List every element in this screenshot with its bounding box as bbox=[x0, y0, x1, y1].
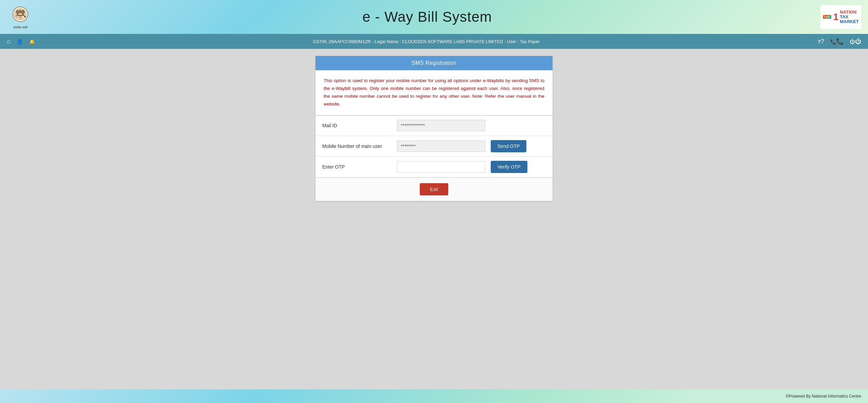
mobile-number-row: Mobile Number of main user Send OTP bbox=[315, 136, 553, 157]
svg-text:🐂: 🐂 bbox=[23, 15, 26, 18]
page-footer: ©Powered By National Informatics Centre bbox=[0, 389, 868, 403]
logo-market: MARKET bbox=[840, 19, 859, 24]
india-emblem: 🐎 🐂 bbox=[10, 5, 31, 25]
logo-number: 1 bbox=[833, 12, 839, 22]
logo-tax: TAX bbox=[840, 15, 859, 19]
otp-row: Enter OTP Verify OTP bbox=[315, 157, 553, 177]
svg-point-4 bbox=[19, 9, 22, 14]
main-content: SMS Registration This option is used to … bbox=[0, 49, 868, 389]
navbar: GSTIN :29AAFCC9980M1ZR - Legal Name : CL… bbox=[0, 34, 868, 49]
svg-point-3 bbox=[21, 10, 25, 15]
logo-nation: NATION bbox=[840, 10, 859, 15]
page-title: e - Way Bill System bbox=[34, 9, 820, 25]
mobile-number-label: Mobile Number of main user bbox=[322, 143, 397, 149]
footer-text: ©Powered By National Informatics Centre bbox=[786, 394, 861, 399]
verify-otp-action: Verify OTP bbox=[491, 161, 527, 173]
phone-icon[interactable]: 📞 bbox=[830, 38, 844, 45]
otp-input[interactable] bbox=[397, 161, 485, 173]
mail-id-label: Mail ID bbox=[322, 123, 397, 128]
mail-id-input[interactable] bbox=[397, 120, 485, 131]
send-otp-action: Send OTP bbox=[491, 140, 526, 152]
brand-logo: GST 1 NATION TAX MARKET bbox=[820, 5, 861, 29]
gst-badge: GST bbox=[823, 15, 831, 19]
svg-text:🐎: 🐎 bbox=[15, 15, 18, 18]
navbar-right-icons: ? 📞 ⏻ bbox=[818, 38, 861, 45]
gstin-info: GSTIN :29AAFCC9980M1ZR - Legal Name : CL… bbox=[35, 39, 818, 44]
send-otp-button[interactable]: Send OTP bbox=[491, 140, 526, 152]
mail-id-input-wrapper bbox=[397, 120, 485, 131]
user-icon[interactable] bbox=[17, 38, 23, 45]
mobile-number-input-wrapper bbox=[397, 140, 485, 152]
home-icon[interactable] bbox=[7, 38, 11, 45]
sms-registration-form: SMS Registration This option is used to … bbox=[315, 56, 553, 201]
form-body: This option is used to register your mob… bbox=[315, 70, 553, 201]
bell-icon[interactable] bbox=[29, 38, 35, 45]
form-header: SMS Registration bbox=[315, 56, 553, 70]
form-footer: Exit bbox=[315, 177, 553, 201]
header: 🐎 🐂 सत्यमेव जयते e - Way Bill System GST… bbox=[0, 0, 868, 34]
svg-point-0 bbox=[13, 7, 28, 22]
svg-point-2 bbox=[16, 10, 19, 15]
form-fields: Mail ID Mobile Number of main user Send … bbox=[315, 115, 553, 177]
mail-id-row: Mail ID bbox=[315, 116, 553, 136]
info-section: This option is used to register your mob… bbox=[315, 70, 553, 115]
info-text: This option is used to register your mob… bbox=[324, 77, 544, 108]
emblem-section: 🐎 🐂 सत्यमेव जयते bbox=[7, 5, 34, 30]
form-title: SMS Registration bbox=[412, 60, 457, 66]
otp-input-wrapper bbox=[397, 161, 485, 173]
verify-otp-button[interactable]: Verify OTP bbox=[491, 161, 527, 173]
power-icon[interactable]: ⏻ bbox=[850, 38, 861, 45]
help-icon[interactable]: ? bbox=[818, 38, 824, 45]
otp-label: Enter OTP bbox=[322, 164, 397, 170]
mobile-number-input[interactable] bbox=[397, 140, 485, 152]
emblem-text: सत्यमेव जयते bbox=[13, 26, 28, 30]
exit-button[interactable]: Exit bbox=[420, 183, 448, 195]
navbar-left-icons bbox=[7, 38, 35, 45]
